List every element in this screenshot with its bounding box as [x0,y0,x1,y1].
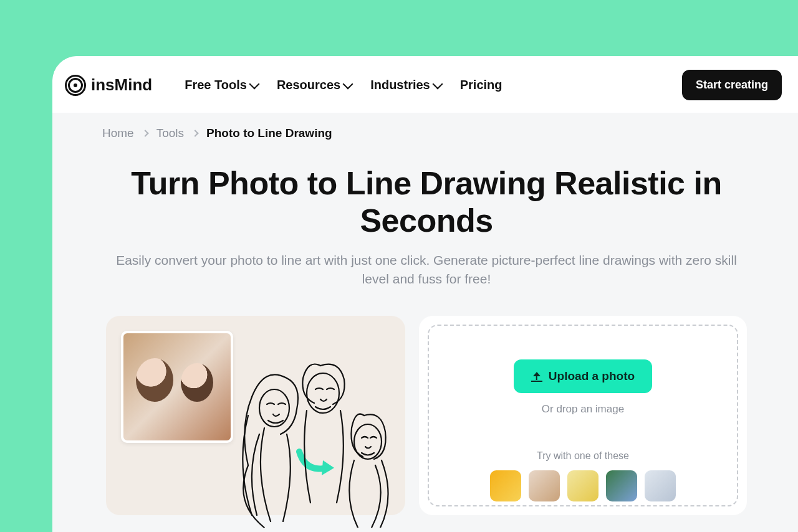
breadcrumb-tools[interactable]: Tools [156,126,184,140]
upload-button-label: Upload a photo [549,369,635,383]
sample-thumb-5[interactable] [645,470,676,501]
logo-icon [65,75,86,96]
chevron-down-icon [249,78,259,89]
nav-label: Free Tools [185,78,247,92]
hero-panels: Upload a photo Or drop an image Try with… [102,316,751,515]
start-creating-button[interactable]: Start creating [682,70,782,100]
chevron-right-icon [142,130,148,136]
page-subtitle: Easily convert your photo to line art wi… [102,251,751,289]
svg-point-0 [259,389,289,427]
chevron-right-icon [191,130,198,136]
drop-hint: Or drop an image [542,403,624,416]
nav-label: Industries [370,78,430,92]
nav-pricing[interactable]: Pricing [460,78,502,92]
preview-panel [106,316,405,515]
nav-free-tools[interactable]: Free Tools [185,78,258,92]
input-photo-thumbnail [121,331,233,443]
nav-resources[interactable]: Resources [277,78,352,92]
breadcrumb-home[interactable]: Home [102,126,134,140]
site-header: insMind Free Tools Resources Industries … [52,56,798,113]
nav-label: Resources [277,78,340,92]
main-content: Home Tools Photo to Line Drawing Turn Ph… [52,113,798,515]
upload-photo-button[interactable]: Upload a photo [514,359,652,393]
breadcrumb-current: Photo to Line Drawing [206,126,332,140]
chevron-down-icon [343,78,353,89]
line-drawing-output [227,341,414,528]
svg-point-1 [307,373,339,413]
brand-logo[interactable]: insMind [65,75,152,96]
sample-thumb-3[interactable] [567,470,598,501]
page-title: Turn Photo to Line Drawing Realistic in … [121,165,732,240]
try-samples-label: Try with one of these [537,450,629,462]
page-background: insMind Free Tools Resources Industries … [0,0,798,532]
sample-row [490,470,676,501]
dropzone[interactable]: Upload a photo Or drop an image Try with… [428,325,738,506]
chevron-down-icon [432,78,443,89]
brand-name: insMind [91,75,152,95]
nav-label: Pricing [460,78,502,92]
sample-thumb-2[interactable] [529,470,560,501]
primary-nav: Free Tools Resources Industries Pricing [185,78,502,92]
upload-panel: Upload a photo Or drop an image Try with… [419,316,747,515]
svg-point-2 [354,424,382,459]
upload-icon [531,371,542,382]
sample-thumb-4[interactable] [606,470,637,501]
sample-thumb-1[interactable] [490,470,521,501]
app-window: insMind Free Tools Resources Industries … [52,56,798,532]
breadcrumb: Home Tools Photo to Line Drawing [102,126,751,140]
nav-industries[interactable]: Industries [370,78,441,92]
